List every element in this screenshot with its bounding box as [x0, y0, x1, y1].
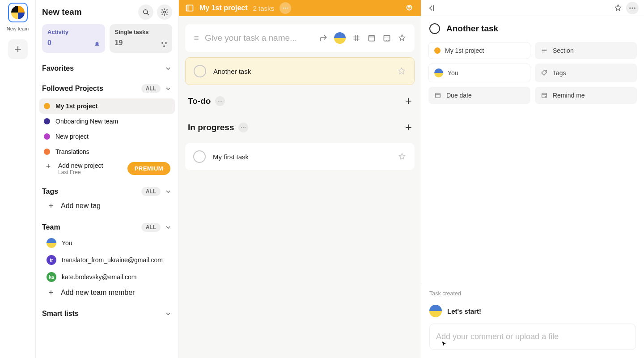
- add-team-button[interactable]: [8, 39, 28, 59]
- assign-icon[interactable]: [319, 34, 328, 43]
- task-row[interactable]: Another task: [185, 57, 415, 85]
- avatar: ka: [47, 272, 56, 282]
- section-chip[interactable]: Section: [535, 42, 637, 59]
- section-more-button[interactable]: ⋯: [238, 123, 248, 132]
- project-label: Translations: [55, 148, 89, 155]
- add-task-button[interactable]: +: [405, 94, 412, 108]
- dots-icon: [282, 5, 288, 11]
- create-task-input[interactable]: [205, 33, 314, 43]
- add-tag-label: Add new tag: [61, 202, 101, 210]
- add-project-label: Add new project: [58, 162, 122, 169]
- calendar-icon: [434, 91, 442, 99]
- project-item[interactable]: New project: [39, 129, 175, 144]
- single-tasks-card[interactable]: Single tasks 19: [110, 24, 173, 53]
- avatar: [47, 238, 56, 248]
- member-name: You: [62, 239, 72, 247]
- chip-label: Due date: [446, 92, 472, 99]
- chevron-down-icon[interactable]: [164, 223, 172, 231]
- complete-toggle[interactable]: [429, 23, 440, 34]
- activity-card[interactable]: Activity 0: [42, 24, 105, 53]
- plus-icon: +: [47, 288, 55, 297]
- svg-point-0: [144, 10, 148, 14]
- project-item[interactable]: Translations: [39, 144, 175, 159]
- svg-point-4: [163, 45, 165, 47]
- sidebar-body: Activity 0 Single tasks 19 Favorites Fol…: [36, 24, 178, 358]
- add-project-row[interactable]: + Add new project Last Free PREMIUM: [39, 159, 175, 179]
- view-options-button[interactable]: [405, 3, 415, 13]
- duedate-chip[interactable]: Due date: [428, 87, 530, 104]
- tags-section: Tags ALL + Add new tag: [36, 180, 178, 216]
- date-icon[interactable]: [367, 34, 376, 43]
- team-filter-badge[interactable]: ALL: [141, 223, 161, 232]
- avatar: [434, 68, 443, 77]
- svg-point-8: [285, 8, 286, 9]
- svg-point-14: [632, 7, 633, 9]
- team-member[interactable]: You: [42, 234, 172, 251]
- tags-filter-badge[interactable]: ALL: [141, 187, 161, 196]
- star-icon[interactable]: [398, 34, 407, 43]
- chevron-down-icon[interactable]: [164, 85, 172, 93]
- followed-filter-badge[interactable]: ALL: [141, 84, 161, 93]
- comment-text: Let's start!: [447, 307, 481, 315]
- tags-heading: Tags: [42, 188, 138, 196]
- collapse-button[interactable]: [427, 4, 436, 13]
- project-label: New project: [55, 133, 89, 140]
- reminder-icon[interactable]: [382, 34, 391, 43]
- tag-icon[interactable]: [352, 34, 361, 43]
- complete-toggle[interactable]: [194, 65, 206, 77]
- chevron-down-icon[interactable]: [164, 188, 172, 196]
- chip-label: Remind me: [553, 92, 585, 99]
- project-more-button[interactable]: [280, 2, 291, 14]
- comment-input-container: [429, 324, 636, 350]
- svg-point-9: [287, 8, 288, 9]
- add-project-sub: Last Free: [58, 169, 122, 175]
- complete-toggle[interactable]: [193, 150, 206, 163]
- comment-input[interactable]: [436, 332, 629, 341]
- bell-icon: [540, 91, 548, 99]
- star-button[interactable]: [614, 4, 623, 13]
- workspace-title: New team: [42, 7, 135, 17]
- tag-icon: [540, 69, 548, 77]
- remind-chip[interactable]: Remind me: [535, 87, 637, 104]
- project-item[interactable]: Onboarding New team: [39, 114, 175, 129]
- chip-label: My 1st project: [445, 47, 484, 54]
- add-member-row[interactable]: + Add new team member: [42, 286, 172, 301]
- task-row[interactable]: My first task: [185, 143, 415, 170]
- sidebar-header: New team: [36, 0, 178, 24]
- team-member[interactable]: ka kate.brolevsky@email.com: [42, 268, 172, 286]
- single-tasks-count: 19: [115, 39, 167, 47]
- section-header: To-do ⋯ +: [185, 90, 415, 111]
- chip-label: Tags: [553, 69, 566, 77]
- assignee-avatar[interactable]: [334, 32, 346, 44]
- search-button[interactable]: [138, 4, 153, 20]
- project-color-dot: [44, 118, 50, 124]
- assignee-chip[interactable]: You: [428, 64, 530, 82]
- settings-button[interactable]: [157, 4, 172, 20]
- task-created-label: Task created: [429, 288, 636, 302]
- detail-meta: My 1st project Section You Tags Due date…: [421, 38, 644, 112]
- chevron-down-icon[interactable]: [164, 64, 172, 72]
- project-item[interactable]: My 1st project: [39, 98, 175, 114]
- svg-point-16: [545, 71, 546, 72]
- section-more-button[interactable]: ⋯: [215, 96, 225, 106]
- project-label: Onboarding New team: [55, 118, 118, 125]
- add-tag-row[interactable]: + Add new tag: [42, 199, 172, 214]
- chip-label: Section: [553, 47, 574, 54]
- panel-icon[interactable]: [185, 4, 194, 13]
- chip-label: You: [448, 69, 458, 77]
- more-button[interactable]: [626, 2, 639, 14]
- drag-handle-icon[interactable]: [193, 34, 199, 42]
- team-avatar[interactable]: [8, 3, 28, 22]
- detail-task-title[interactable]: Another task: [446, 24, 498, 34]
- plus-icon: +: [44, 162, 53, 171]
- sidebar: New team Activity 0 Single tasks 19 Favo…: [36, 0, 179, 358]
- team-member[interactable]: tr translator_from_ukraine@gmail.com: [42, 251, 172, 268]
- add-task-button[interactable]: +: [405, 120, 412, 134]
- star-button[interactable]: [398, 152, 407, 161]
- project-chip[interactable]: My 1st project: [428, 42, 530, 59]
- svg-point-13: [629, 7, 631, 9]
- premium-badge[interactable]: PREMIUM: [127, 162, 170, 175]
- chevron-down-icon[interactable]: [164, 310, 172, 318]
- star-button[interactable]: [397, 67, 406, 76]
- tags-chip[interactable]: Tags: [535, 64, 637, 82]
